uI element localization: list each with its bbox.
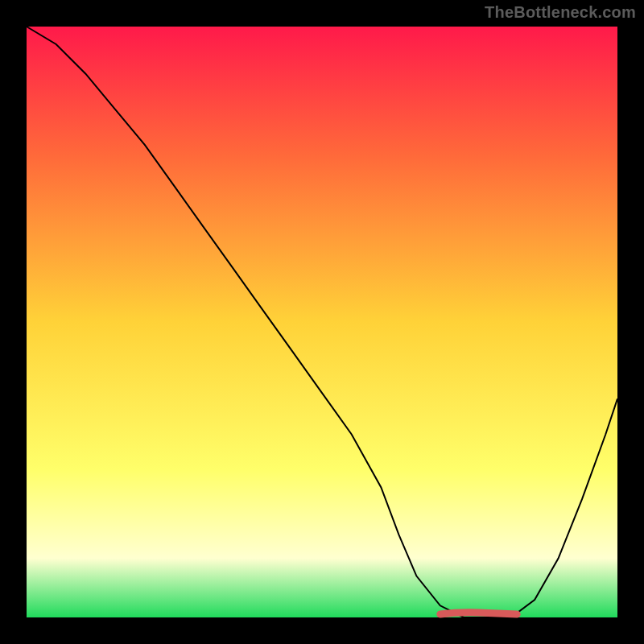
plot-area xyxy=(27,27,617,617)
watermark-text: TheBottleneck.com xyxy=(485,3,636,22)
optimal-range-marker xyxy=(440,613,517,614)
bottleneck-chart xyxy=(0,0,644,644)
